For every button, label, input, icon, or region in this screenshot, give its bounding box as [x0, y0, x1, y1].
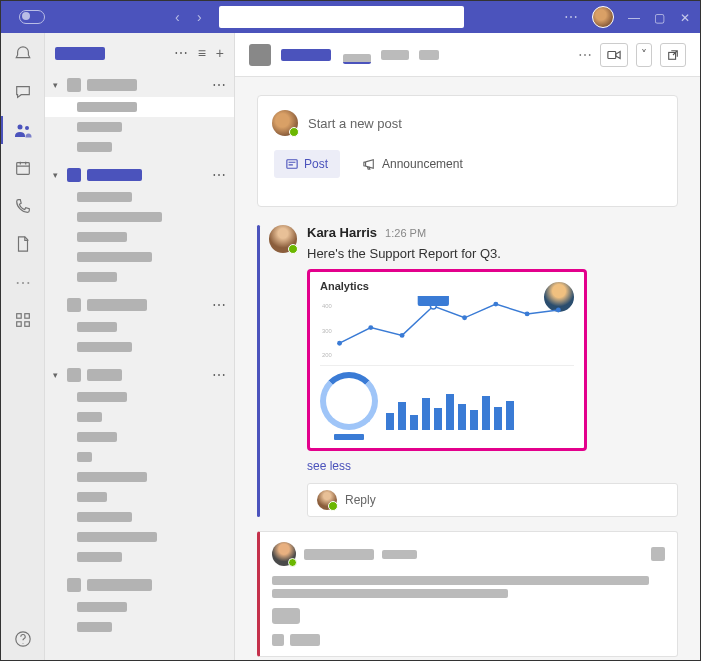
megaphone-icon [362, 158, 376, 170]
calls-icon[interactable] [12, 195, 34, 217]
tab-posts[interactable] [343, 54, 371, 64]
app-rail: ⋯ [1, 33, 45, 661]
channel-row[interactable] [45, 467, 234, 487]
team-row[interactable]: ⋯ [45, 293, 234, 317]
channel-row[interactable] [45, 117, 234, 137]
sidebar-more[interactable]: ⋯ [174, 45, 188, 61]
announcement-button[interactable]: Announcement [350, 150, 475, 178]
apps-icon[interactable] [12, 309, 34, 331]
calendar-icon[interactable] [12, 157, 34, 179]
team-more[interactable]: ⋯ [212, 167, 226, 183]
user-avatar[interactable] [592, 6, 614, 28]
channel-row[interactable] [45, 227, 234, 247]
post-author[interactable]: Kara Harris [307, 225, 377, 240]
attachment-card[interactable]: Analytics 400 300 200 [307, 269, 587, 451]
attachment-title: Analytics [320, 280, 574, 292]
compose-card: Start a new post Post Announcement [257, 95, 678, 207]
svg-point-20 [525, 311, 530, 316]
teams-icon[interactable] [12, 119, 34, 141]
team-row[interactable]: ▾⋯ [45, 363, 234, 387]
settings-more[interactable]: ⋯ [564, 9, 578, 25]
svg-rect-3 [16, 314, 21, 319]
svg-point-16 [400, 333, 405, 338]
author-avatar[interactable] [269, 225, 297, 253]
tab-item[interactable] [419, 50, 439, 60]
sidebar-add[interactable]: + [216, 45, 224, 61]
presence-toggle[interactable] [19, 10, 45, 24]
announcement-label: Announcement [382, 157, 463, 171]
channel-row[interactable] [45, 447, 234, 467]
window-minimize[interactable]: — [628, 11, 640, 23]
post-text-line [272, 589, 508, 598]
channel-row[interactable] [45, 617, 234, 637]
team-row[interactable]: ▾⋯ [45, 163, 234, 187]
channel-row[interactable] [45, 137, 234, 157]
meet-button[interactable] [600, 43, 628, 67]
channel-row[interactable] [45, 597, 234, 617]
channel-row[interactable] [45, 247, 234, 267]
post-type-button[interactable]: Post [274, 150, 340, 178]
forward-button[interactable]: › [197, 10, 211, 24]
team-row[interactable] [45, 573, 234, 597]
reaction-icon[interactable] [272, 634, 284, 646]
post-text-line [272, 576, 649, 585]
channel-row[interactable] [45, 547, 234, 567]
team-more[interactable]: ⋯ [212, 77, 226, 93]
author-avatar[interactable] [272, 542, 296, 566]
tab-item[interactable] [381, 50, 409, 60]
channel-row[interactable] [45, 97, 234, 117]
channel-row[interactable] [45, 407, 234, 427]
post-icon [286, 158, 298, 170]
meet-dropdown[interactable]: ˅ [636, 43, 652, 67]
search-input[interactable] [219, 6, 464, 28]
chat-icon[interactable] [12, 81, 34, 103]
channel-row[interactable] [45, 337, 234, 357]
help-icon[interactable] [12, 628, 34, 650]
channel-name [281, 49, 331, 61]
reply-avatar [317, 490, 337, 510]
channel-row[interactable] [45, 387, 234, 407]
post-time: 1:26 PM [385, 227, 426, 239]
teams-list: ▾⋯ ▾⋯ ⋯ ▾⋯ [45, 73, 234, 661]
teams-sidebar: ⋯ ≡ + ▾⋯ ▾⋯ ⋯ ▾⋯ [45, 33, 235, 661]
activity-icon[interactable] [12, 43, 34, 65]
files-icon[interactable] [12, 233, 34, 255]
back-button[interactable]: ‹ [175, 10, 189, 24]
see-less-link[interactable]: see less [307, 459, 678, 473]
window-close[interactable]: ✕ [680, 11, 692, 23]
sidebar-filter-icon[interactable]: ≡ [198, 45, 206, 61]
channel-content: ⋯ ˅ Start a new post Post [235, 33, 700, 661]
post-action-icon[interactable] [651, 547, 665, 561]
channel-row[interactable] [45, 187, 234, 207]
channel-row[interactable] [45, 507, 234, 527]
channel-row[interactable] [45, 317, 234, 337]
rail-more[interactable]: ⋯ [12, 271, 34, 293]
team-row[interactable]: ▾⋯ [45, 73, 234, 97]
post-text: Here's the Support Report for Q3. [307, 246, 678, 261]
team-more[interactable]: ⋯ [212, 297, 226, 313]
svg-point-19 [493, 302, 498, 307]
channel-row[interactable] [45, 487, 234, 507]
popout-button[interactable] [660, 43, 686, 67]
sidebar-header: ⋯ ≡ + [45, 33, 234, 73]
svg-rect-5 [16, 322, 21, 327]
channel-row[interactable] [45, 267, 234, 287]
post-label: Post [304, 157, 328, 171]
compose-placeholder[interactable]: Start a new post [308, 116, 402, 131]
svg-text:400: 400 [322, 303, 333, 309]
channel-row[interactable] [45, 527, 234, 547]
reply-input[interactable]: Reply [307, 483, 678, 517]
title-bar: ‹ › ⋯ — ▢ ✕ [1, 1, 700, 33]
post-tag [272, 608, 300, 624]
window-maximize[interactable]: ▢ [654, 11, 666, 23]
svg-point-18 [462, 315, 467, 320]
channel-row[interactable] [45, 427, 234, 447]
team-more[interactable]: ⋯ [212, 367, 226, 383]
ring-chart [320, 372, 378, 430]
team-avatar-icon [249, 44, 271, 66]
channel-row[interactable] [45, 207, 234, 227]
svg-point-15 [368, 325, 373, 330]
svg-point-21 [556, 308, 561, 313]
header-more[interactable]: ⋯ [578, 47, 592, 63]
svg-rect-8 [608, 51, 616, 58]
